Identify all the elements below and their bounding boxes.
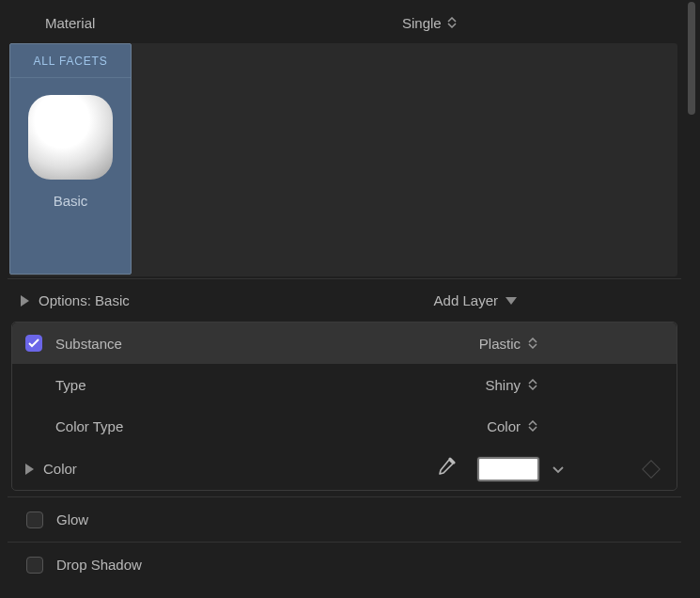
color-options-button[interactable] — [552, 461, 564, 477]
facets-tab-label: ALL FACETS — [10, 44, 131, 78]
color-well[interactable] — [477, 457, 539, 481]
disclosure-triangle-icon[interactable] — [21, 295, 29, 307]
updown-icon — [528, 338, 537, 349]
facet-tile[interactable]: ALL FACETS Basic — [9, 43, 132, 275]
glow-checkbox[interactable] — [26, 511, 43, 528]
options-row: Options: Basic Add Layer — [8, 278, 681, 322]
drop-shadow-checkbox[interactable] — [26, 557, 43, 574]
type-value-dropdown[interactable]: Shiny — [485, 377, 537, 393]
material-preview-sphere — [28, 95, 113, 180]
material-mode-dropdown[interactable]: Single — [402, 15, 457, 31]
options-label: Options: Basic — [39, 292, 434, 308]
eyedropper-icon[interactable] — [436, 457, 457, 480]
add-layer-button[interactable]: Add Layer — [434, 292, 517, 308]
disclosure-triangle-icon[interactable] — [25, 464, 34, 475]
substance-value-dropdown[interactable]: Plastic — [479, 336, 537, 352]
substance-label: Substance — [55, 336, 122, 352]
substance-checkbox[interactable] — [25, 335, 42, 352]
keyframe-icon[interactable] — [642, 460, 661, 479]
updown-icon — [528, 420, 537, 432]
substance-row: Substance Plastic — [12, 323, 677, 364]
chevron-down-icon — [506, 297, 517, 305]
color-type-row: Color Type Color — [12, 405, 677, 447]
glow-row: Glow — [8, 496, 681, 542]
material-mode-value: Single — [402, 15, 442, 31]
material-preview-name: Basic — [54, 193, 88, 209]
material-preview-area: ALL FACETS Basic — [9, 43, 677, 276]
type-value: Shiny — [485, 377, 521, 393]
updown-icon — [528, 379, 537, 390]
glow-label: Glow — [56, 511, 88, 527]
substance-properties: Substance Plastic Type Shiny — [11, 322, 677, 491]
color-type-value: Color — [487, 418, 521, 434]
substance-value: Plastic — [479, 336, 521, 352]
type-label: Type — [55, 377, 86, 393]
color-type-label: Color Type — [55, 418, 123, 434]
updown-icon — [447, 17, 457, 28]
type-row: Type Shiny — [12, 364, 677, 405]
color-type-value-dropdown[interactable]: Color — [487, 418, 537, 434]
drop-shadow-row: Drop Shadow — [8, 542, 681, 587]
vertical-scrollbar[interactable] — [685, 0, 698, 598]
material-header-row: Material Single — [8, 2, 681, 43]
drop-shadow-label: Drop Shadow — [56, 557, 142, 573]
color-row: Color — [12, 447, 677, 490]
color-label: Color — [43, 461, 77, 477]
material-label: Material — [45, 15, 402, 31]
add-layer-label: Add Layer — [434, 292, 498, 308]
